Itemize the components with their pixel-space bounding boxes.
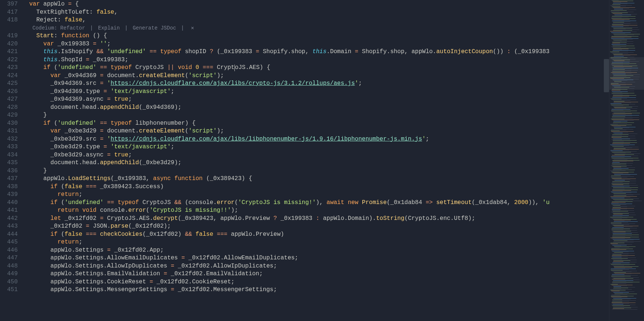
code-token: appWlo. (43, 175, 68, 182)
minimap-line (613, 122, 621, 122)
line-number: 440 (0, 199, 18, 207)
minimap-line (613, 254, 629, 254)
code-token: && (185, 231, 192, 238)
minimap-line (613, 286, 621, 287)
line-number: 445 (0, 238, 18, 246)
code-line[interactable]: appWlo.LoadSettings(_0x199383, async fun… (22, 175, 609, 183)
minimap-line (613, 29, 626, 29)
code-line[interactable]: appWlo.Settings = _0x12fd02.App; (22, 246, 609, 255)
code-line[interactable]: _0x94d369.async = true; (22, 96, 609, 104)
code-line[interactable]: if ('undefined' == typeof libphonenumber… (22, 120, 609, 128)
minimap-line (614, 268, 625, 268)
code-token: void (82, 207, 96, 214)
minimap-line (612, 136, 635, 136)
code-token: ; (171, 144, 174, 150)
code-token: = (93, 41, 97, 47)
scroll-thumb[interactable] (604, 59, 609, 92)
code-line[interactable]: var _0x199383 = ''; (22, 40, 609, 48)
code-line[interactable]: if (false === checkCookies(_0x12fd02) &&… (22, 231, 609, 239)
code-area[interactable]: var appWlo = { TextRightToLeft: false, R… (22, 0, 609, 321)
code-line[interactable]: var _0x94d369 = document.createElement('… (22, 72, 609, 80)
minimap-line (614, 299, 631, 299)
minimap[interactable] (609, 0, 644, 321)
code-line[interactable]: Reject: false, (22, 16, 609, 24)
code-line[interactable]: _0x12fd02 = JSON.parse(_0x12fd02); (22, 222, 609, 231)
minimap-line (615, 134, 637, 134)
code-line[interactable]: appWlo.Settings.MessengerSettings = _0x1… (22, 286, 609, 294)
code-line[interactable]: return void console.error('CryptoJS is m… (22, 207, 609, 215)
code-line[interactable]: _0xbe3d29.type = 'text/javascript'; (22, 143, 609, 151)
code-token: (_0xbe3d29); (139, 159, 181, 166)
minimap-line (612, 24, 623, 25)
minimap-line (614, 267, 632, 268)
code-line[interactable]: let _0x12fd02 = CryptoJS.AES.decrypt(_0x… (22, 215, 609, 223)
code-line[interactable]: this.ShopId = _0x199383; (22, 56, 609, 64)
minimap-line (612, 15, 622, 16)
code-line[interactable]: } (22, 111, 609, 120)
minimap-line (611, 295, 620, 296)
minimap-line (613, 266, 624, 266)
code-line[interactable]: appWlo.Settings.CookieReset = _0x12fd02.… (22, 278, 609, 286)
minimap-line (613, 167, 621, 167)
code-token: = (107, 96, 111, 103)
code-line[interactable]: appWlo.Settings.EmailValidation = _0x12f… (22, 270, 609, 278)
code-line[interactable]: var _0xbe3d29 = document.createElement('… (22, 127, 609, 135)
minimap-line (613, 185, 638, 186)
code-line[interactable]: _0xbe3d29.src = 'https://cdnjs.cloudflar… (22, 135, 609, 144)
minimap-line (611, 130, 626, 130)
code-line[interactable]: if ('undefined' == typeof CryptoJS || vo… (22, 64, 609, 72)
minimap-line (612, 301, 629, 301)
code-token: )), (528, 199, 542, 206)
code-line[interactable]: TextRightToLeft: false, (22, 8, 609, 17)
minimap-line (612, 201, 633, 202)
codelens-refactor[interactable]: Refactor (57, 25, 85, 31)
minimap-line (612, 275, 638, 276)
minimap-line (614, 246, 636, 247)
code-line[interactable]: this.IsShopify && 'undefined' == typeof … (22, 48, 609, 56)
vertical-scrollbar[interactable] (604, 0, 609, 321)
minimap-viewport[interactable] (609, 57, 644, 90)
minimap-line (613, 4, 627, 4)
code-line[interactable]: return; (22, 238, 609, 246)
code-line[interactable]: _0xbe3d29.async = true; (22, 151, 609, 159)
minimap-line (612, 283, 626, 284)
minimap-line (613, 306, 624, 307)
code-line[interactable]: appWlo.Settings.AllowIpDuplicates = _0x1… (22, 262, 609, 270)
code-line[interactable]: Start: function () { (22, 32, 609, 40)
code-line[interactable]: document.head.appendChild(_0xbe3d29); (22, 159, 609, 167)
code-token (107, 144, 111, 150)
minimap-line (615, 273, 640, 273)
minimap-line (612, 275, 624, 275)
minimap-line (612, 17, 629, 17)
code-line[interactable]: _0x94d369.type = 'text/javascript'; (22, 88, 609, 96)
minimap-line (612, 253, 635, 253)
code-line[interactable]: } (22, 167, 609, 175)
minimap-line (614, 14, 637, 14)
codelens-explain[interactable]: Explain (98, 25, 120, 31)
codelens-generate[interactable]: Generate JSDoc (133, 25, 176, 31)
code-line[interactable]: _0x94d369.src = 'https://cdnjs.cloudflar… (22, 80, 609, 88)
code-line[interactable]: if (false === _0x389423.Success) (22, 183, 609, 191)
code-token: = (171, 286, 174, 293)
minimap-line (612, 146, 624, 146)
codelens-close[interactable]: ✕ (191, 25, 194, 31)
minimap-line (612, 182, 630, 182)
minimap-line (612, 160, 640, 160)
code-line[interactable]: document.head.appendChild(_0x94d369); (22, 104, 609, 112)
code-line[interactable]: var appWlo = { (22, 0, 609, 8)
code-token: 'undefined' (58, 120, 97, 127)
minimap-line (613, 213, 629, 214)
code-line[interactable]: if ('undefined' == typeof CryptoJS && (c… (22, 199, 609, 207)
code-token: = (100, 215, 104, 222)
line-number-gutter[interactable]: 3974174184194204214224234244254264274284… (0, 0, 22, 321)
code-line[interactable]: return; (22, 191, 609, 199)
minimap-line (610, 263, 621, 264)
code-token: = (100, 136, 104, 142)
code-token (192, 64, 196, 71)
code-line[interactable]: appWlo.Settings.AllowEmailDuplicates = _… (22, 254, 609, 262)
code-token: var (29, 1, 40, 7)
minimap-line (614, 102, 638, 102)
minimap-line (613, 95, 636, 96)
line-number: 451 (0, 286, 18, 294)
code-token: 'text/javascript' (111, 144, 171, 150)
